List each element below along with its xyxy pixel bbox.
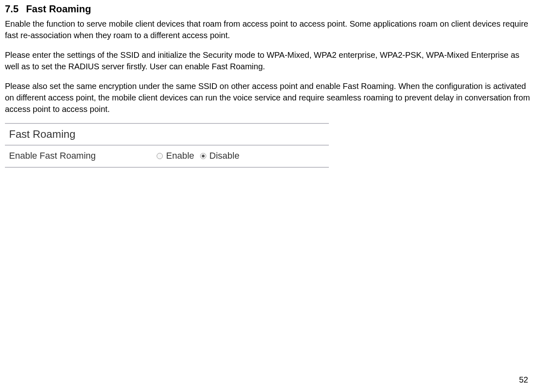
radio-label-enable: Enable	[166, 150, 194, 161]
radio-icon	[157, 153, 163, 159]
section-title: Fast Roaming	[26, 3, 91, 14]
fast-roaming-panel: Fast Roaming Enable Fast Roaming Enable …	[5, 123, 329, 168]
radio-label-disable: Disable	[210, 150, 239, 161]
row-label: Enable Fast Roaming	[9, 150, 157, 161]
enable-fast-roaming-row: Enable Fast Roaming Enable Disable	[5, 146, 329, 168]
section-heading: 7.5Fast Roaming	[5, 3, 533, 15]
panel-title: Fast Roaming	[5, 124, 329, 146]
radio-option-disable[interactable]: Disable	[200, 150, 239, 161]
page-number: 52	[519, 375, 528, 385]
radio-group: Enable Disable	[157, 150, 239, 161]
paragraph-1: Enable the function to serve mobile clie…	[5, 18, 533, 41]
paragraph-2: Please enter the settings of the SSID an…	[5, 49, 533, 72]
radio-icon	[200, 153, 206, 159]
radio-option-enable[interactable]: Enable	[157, 150, 194, 161]
paragraph-3: Please also set the same encryption unde…	[5, 80, 533, 115]
section-number: 7.5	[5, 3, 18, 14]
